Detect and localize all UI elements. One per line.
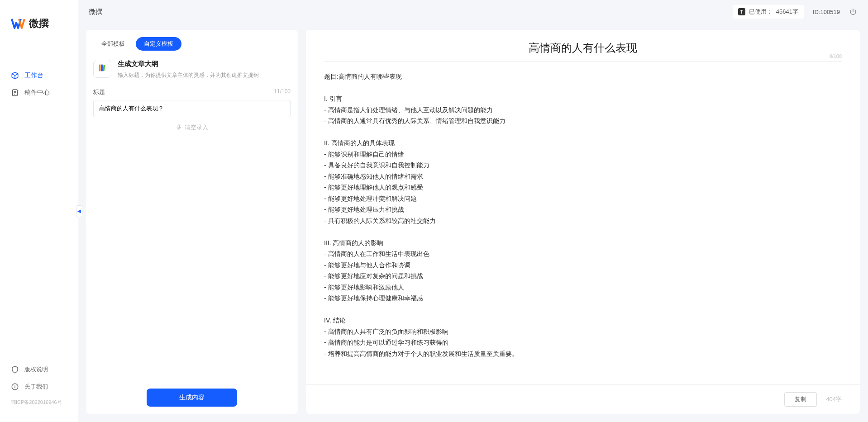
logo-text: 微撰 <box>29 17 49 30</box>
nav: 工作台 稿件中心 <box>0 44 78 361</box>
voice-label: 请空录入 <box>185 123 208 132</box>
nav-label: 工作台 <box>24 71 43 80</box>
svg-rect-5 <box>178 124 180 128</box>
title-label: 标题 <box>93 88 105 96</box>
result-body: 题目:高情商的人有哪些表现 I. 引言 - 高情商是指人们处理情绪、与他人互动以… <box>306 62 860 384</box>
copy-button[interactable]: 复制 <box>784 392 817 407</box>
template-card: 生成文章大纲 输入标题，为你提供文章主体的灵感，并为其创建推文提纲 <box>86 51 298 88</box>
field-row: 标题 11/100 <box>93 88 291 96</box>
svg-rect-4 <box>103 65 105 71</box>
template-info: 生成文章大纲 输入标题，为你提供文章主体的灵感，并为其创建推文提纲 <box>118 60 291 79</box>
template-title: 生成文章大纲 <box>118 60 291 68</box>
title-count: 11/100 <box>274 88 291 96</box>
voice-input[interactable]: 请空录入 <box>93 117 291 138</box>
user-id: ID:100519 <box>813 9 840 15</box>
usage-badge[interactable]: T 已使用： 45641字 <box>733 5 804 19</box>
cube-icon <box>11 71 19 80</box>
power-icon[interactable] <box>849 8 857 16</box>
result-title: 高情商的人有什么表现 <box>324 41 842 55</box>
logo-icon <box>11 16 25 31</box>
generate-wrap: 生成内容 <box>86 381 298 414</box>
tab-custom-templates[interactable]: 自定义模板 <box>136 37 181 51</box>
sidebar: 微撰 工作台 稿件中心 <box>0 0 78 422</box>
nav-item-copyright[interactable]: 版权说明 <box>0 361 78 378</box>
tab-all-templates[interactable]: 全部模板 <box>93 37 133 51</box>
tabs: 全部模板 自定义模板 <box>86 30 298 51</box>
svg-rect-3 <box>101 64 103 71</box>
result-content[interactable]: 题目:高情商的人有哪些表现 I. 引言 - 高情商是指人们处理情绪、与他人互动以… <box>324 71 842 359</box>
doc-icon <box>11 89 19 97</box>
books-icon <box>97 63 107 75</box>
shield-icon <box>11 365 19 374</box>
icp-text: 鄂ICP备2022016946号 <box>0 395 78 406</box>
template-desc: 输入标题，为你提供文章主体的灵感，并为其创建推文提纲 <box>118 71 291 79</box>
sidebar-bottom: 版权说明 关于我们 鄂ICP备2022016946号 <box>0 361 78 413</box>
usage-label: 已使用： <box>749 8 773 16</box>
result-footer: 复制 404字 <box>306 384 860 414</box>
topbar: 微撰 T 已使用： 45641字 ID:100519 <box>78 0 868 24</box>
main: 微撰 T 已使用： 45641字 ID:100519 <box>78 0 868 422</box>
generate-button[interactable]: 生成内容 <box>147 389 237 407</box>
char-count: 404字 <box>826 395 842 403</box>
form-area: 标题 11/100 请空录入 <box>86 88 298 381</box>
logo: 微撰 <box>0 9 78 44</box>
result-header: 高情商的人有什么表现 0/100 <box>306 30 860 62</box>
panel-input: 全部模板 自定义模板 <box>86 30 298 414</box>
svg-rect-2 <box>99 64 101 71</box>
panel-result: 高情商的人有什么表现 0/100 题目:高情商的人有哪些表现 I. 引言 - 高… <box>306 30 860 414</box>
nav-label: 稿件中心 <box>24 89 50 97</box>
usage-value: 45641字 <box>776 8 798 16</box>
title-input[interactable] <box>93 100 291 117</box>
topbar-right: T 已使用： 45641字 ID:100519 <box>733 5 857 19</box>
nav-item-workspace[interactable]: 工作台 <box>0 67 78 84</box>
collapse-handle[interactable]: ◀ <box>76 205 82 217</box>
nav-label: 版权说明 <box>24 365 48 374</box>
page-title: 微撰 <box>89 8 102 16</box>
template-icon <box>93 60 111 78</box>
mic-icon <box>176 124 182 132</box>
chevron-left-icon: ◀ <box>77 209 81 213</box>
nav-item-about[interactable]: 关于我们 <box>0 378 78 395</box>
info-icon <box>11 383 19 391</box>
nav-item-drafts[interactable]: 稿件中心 <box>0 84 78 101</box>
nav-label: 关于我们 <box>24 383 48 391</box>
content: 全部模板 自定义模板 <box>78 24 868 422</box>
result-header-count: 0/100 <box>829 53 842 59</box>
text-badge-icon: T <box>738 8 745 15</box>
